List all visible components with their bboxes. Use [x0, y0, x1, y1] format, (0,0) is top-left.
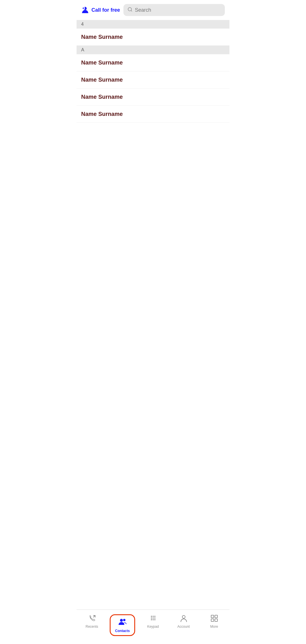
nav-item-account[interactable]: Account	[168, 612, 199, 638]
svg-rect-22	[215, 615, 217, 618]
contact-name: Name Surname	[81, 77, 123, 83]
bottom-navigation: Recents Contacts	[77, 609, 229, 644]
account-label: Account	[177, 625, 190, 629]
section-header-a: A	[77, 46, 229, 54]
recents-label: Recents	[85, 625, 98, 629]
contact-name: Name Surname	[81, 34, 123, 40]
contacts-nav-wrapper: Contacts	[110, 614, 135, 636]
list-item[interactable]: Name Surname	[77, 88, 229, 106]
svg-point-9	[120, 619, 123, 622]
call-for-free-button[interactable]: Call for free	[81, 6, 120, 14]
svg-point-20	[182, 615, 185, 618]
search-bar[interactable]	[123, 4, 225, 16]
svg-point-12	[153, 616, 154, 617]
svg-rect-24	[215, 619, 217, 621]
contacts-label: Contacts	[115, 629, 130, 633]
svg-line-5	[131, 10, 132, 11]
more-icon	[210, 614, 218, 623]
svg-point-19	[154, 619, 155, 620]
list-item[interactable]: Name Surname	[77, 106, 229, 123]
account-icon	[180, 614, 188, 623]
list-item[interactable]: Name Surname	[77, 71, 229, 88]
nav-item-more[interactable]: More	[199, 612, 229, 638]
svg-point-13	[154, 616, 155, 617]
list-item[interactable]: Name Surname	[77, 54, 229, 71]
nav-item-contacts[interactable]: Contacts	[107, 612, 138, 638]
svg-point-11	[151, 616, 152, 617]
svg-point-16	[154, 617, 155, 619]
section-header-4: 4	[77, 20, 229, 29]
nav-item-keypad[interactable]: Keypad	[138, 612, 168, 638]
svg-point-17	[151, 619, 152, 620]
contact-name: Name Surname	[81, 59, 123, 66]
contacts-list: 4 Name Surname A Name Surname Name Surna…	[77, 20, 229, 609]
nav-item-recents[interactable]: Recents	[77, 612, 107, 638]
add-person-icon	[81, 6, 89, 14]
app-header: Call for free	[77, 0, 229, 20]
search-input[interactable]	[135, 7, 221, 13]
keypad-label: Keypad	[147, 625, 159, 629]
svg-point-10	[123, 619, 125, 621]
contact-name: Name Surname	[81, 94, 123, 100]
call-for-free-label: Call for free	[91, 7, 120, 13]
keypad-icon	[149, 614, 157, 623]
contact-name: Name Surname	[81, 111, 123, 117]
svg-point-15	[153, 617, 154, 619]
list-item[interactable]: Name Surname	[77, 29, 229, 46]
more-label: More	[210, 625, 218, 629]
contacts-icon	[118, 617, 127, 628]
svg-rect-21	[211, 615, 214, 618]
svg-point-14	[151, 617, 152, 619]
recents-icon	[88, 614, 96, 623]
search-icon	[127, 7, 133, 13]
svg-rect-23	[211, 619, 214, 621]
svg-point-18	[153, 619, 154, 620]
